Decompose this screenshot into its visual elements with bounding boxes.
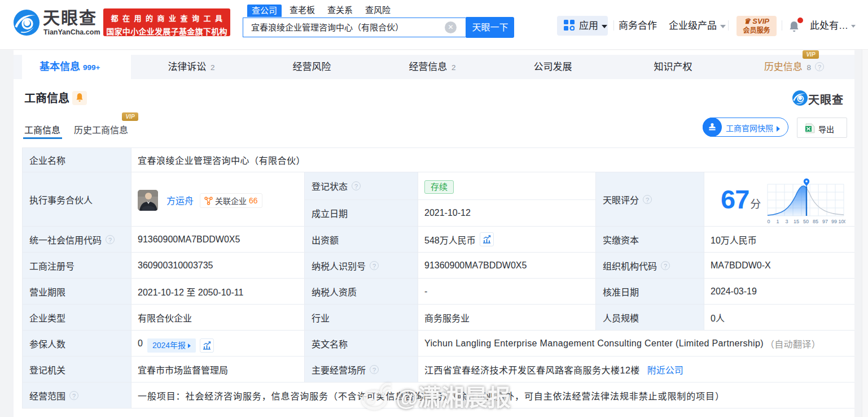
svg-text:97: 97: [822, 219, 828, 224]
svg-text:100: 100: [839, 219, 846, 224]
svg-text:1: 1: [777, 219, 779, 224]
svg-text:15: 15: [794, 219, 799, 224]
svg-text:85: 85: [813, 219, 818, 224]
svg-text:0: 0: [768, 219, 770, 224]
svg-text:3: 3: [786, 219, 788, 224]
svg-text:99: 99: [831, 219, 837, 224]
svg-text:50: 50: [803, 219, 809, 224]
